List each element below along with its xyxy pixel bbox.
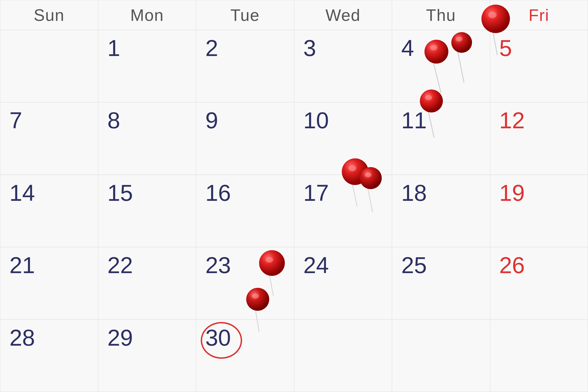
day-8: 8 [98,102,196,175]
header-fri: Fri [490,0,588,30]
day-3: 3 [294,30,392,102]
day-17: 17 [294,175,392,247]
day-25: 25 [392,247,490,320]
day-21: 21 [0,247,98,320]
day-29: 29 [98,320,196,392]
day-empty-1 [0,30,98,102]
day-1: 1 [98,30,196,102]
day-2: 2 [196,30,294,102]
day-19: 19 [490,175,588,247]
day-14: 14 [0,175,98,247]
day-24: 24 [294,247,392,320]
day-11: 11 [392,102,490,175]
header-wed: Wed [294,0,392,30]
day-30: 30 [196,320,294,392]
header-thu: Thu [392,0,490,30]
day-5: 5 [490,30,588,102]
day-4: 4 [392,30,490,102]
day-12: 12 [490,102,588,175]
day-23: 23 [196,247,294,320]
header-sun: Sun [0,0,98,30]
day-7: 7 [0,102,98,175]
calendar-grid: Sun Mon Tue Wed Thu Fri 1 2 3 4 [0,0,588,392]
day-15: 15 [98,175,196,247]
header-tue: Tue [196,0,294,30]
day-26: 26 [490,247,588,320]
day-empty-2 [294,320,392,392]
day-9: 9 [196,102,294,175]
calendar: Sun Mon Tue Wed Thu Fri 1 2 3 4 [0,0,588,392]
header-mon: Mon [98,0,196,30]
day-empty-4 [490,320,588,392]
day-empty-3 [392,320,490,392]
day-10: 10 [294,102,392,175]
day-28: 28 [0,320,98,392]
day-18: 18 [392,175,490,247]
day-22: 22 [98,247,196,320]
day-16: 16 [196,175,294,247]
